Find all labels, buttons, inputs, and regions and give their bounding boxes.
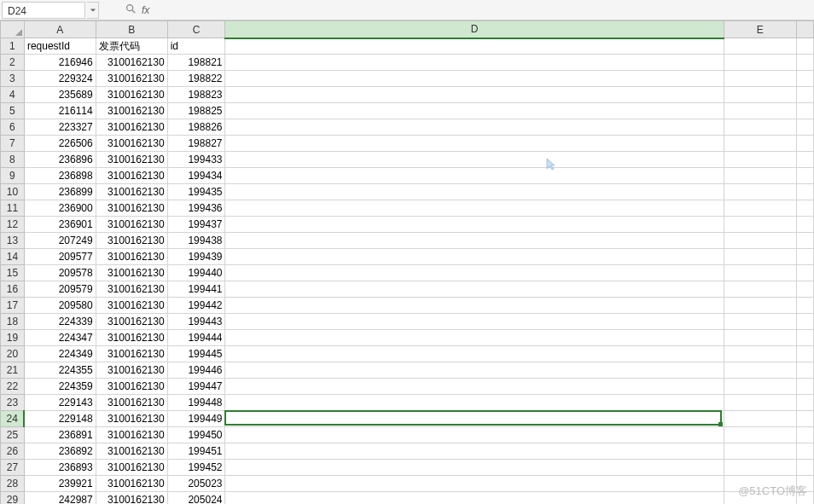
cell[interactable] <box>797 281 814 298</box>
cell[interactable] <box>724 362 796 379</box>
cell[interactable] <box>225 314 724 330</box>
col-header-B[interactable]: B <box>96 21 167 38</box>
cell[interactable]: 3100162130 <box>96 233 167 249</box>
col-header-C[interactable]: C <box>167 21 225 38</box>
cell[interactable] <box>225 476 724 492</box>
cell[interactable]: 3100162130 <box>96 281 167 298</box>
cell[interactable]: 207249 <box>24 233 96 249</box>
row-header[interactable]: 28 <box>1 476 25 492</box>
cell[interactable] <box>724 298 796 314</box>
cell[interactable]: 236900 <box>24 200 96 217</box>
cell[interactable] <box>797 87 814 103</box>
cell[interactable] <box>724 71 796 87</box>
cell[interactable] <box>724 200 796 217</box>
cell[interactable] <box>225 346 724 362</box>
cell[interactable]: 223327 <box>24 119 96 136</box>
cell[interactable] <box>724 265 796 281</box>
cell[interactable]: 236898 <box>24 168 96 184</box>
cell[interactable] <box>797 265 814 281</box>
cell[interactable] <box>724 379 796 395</box>
cell[interactable]: 199448 <box>167 395 225 411</box>
cell[interactable] <box>225 379 724 395</box>
cell[interactable]: requestId <box>24 38 96 55</box>
cell[interactable] <box>797 71 814 87</box>
cell[interactable] <box>797 217 814 233</box>
cell[interactable] <box>225 330 724 346</box>
cell[interactable] <box>797 362 814 379</box>
cell[interactable]: 3100162130 <box>96 476 167 492</box>
cell[interactable] <box>797 38 814 55</box>
row-header[interactable]: 10 <box>1 184 25 200</box>
cell[interactable] <box>724 184 796 200</box>
cell[interactable]: 198825 <box>167 103 225 119</box>
cell[interactable]: 239921 <box>24 476 96 492</box>
cell[interactable]: 209578 <box>24 265 96 281</box>
cell[interactable] <box>797 233 814 249</box>
cell[interactable]: 198822 <box>167 71 225 87</box>
cell[interactable]: 199438 <box>167 233 225 249</box>
cell[interactable]: 3100162130 <box>96 119 167 136</box>
spreadsheet-grid[interactable]: ABCDE1requestId发票代码id2216946310016213019… <box>0 20 814 504</box>
cell[interactable]: 199450 <box>167 427 225 443</box>
cell[interactable] <box>724 152 796 168</box>
cell[interactable] <box>724 103 796 119</box>
cell[interactable] <box>225 168 724 184</box>
row-header[interactable]: 20 <box>1 346 25 362</box>
cell[interactable] <box>724 460 796 476</box>
cell[interactable] <box>225 55 724 71</box>
row-header[interactable]: 12 <box>1 217 25 233</box>
row-header[interactable]: 24 <box>1 411 25 427</box>
cell[interactable]: 236901 <box>24 217 96 233</box>
cell[interactable] <box>724 411 796 427</box>
cell[interactable] <box>797 443 814 460</box>
row-header[interactable]: 16 <box>1 281 25 298</box>
cell[interactable]: 235689 <box>24 87 96 103</box>
cell[interactable]: 198821 <box>167 55 225 71</box>
cell[interactable] <box>225 249 724 265</box>
cell[interactable] <box>225 119 724 136</box>
row-header[interactable]: 14 <box>1 249 25 265</box>
cell[interactable]: 3100162130 <box>96 249 167 265</box>
col-header-E[interactable]: E <box>724 21 796 38</box>
cell[interactable]: 3100162130 <box>96 55 167 71</box>
cell[interactable]: 198823 <box>167 87 225 103</box>
cell[interactable]: 199433 <box>167 152 225 168</box>
cell[interactable]: 199445 <box>167 346 225 362</box>
cell[interactable] <box>797 298 814 314</box>
col-header-extra[interactable] <box>797 21 814 38</box>
row-header[interactable]: 7 <box>1 136 25 152</box>
cell[interactable]: 216114 <box>24 103 96 119</box>
cell[interactable] <box>797 314 814 330</box>
cell[interactable] <box>724 233 796 249</box>
cell[interactable] <box>225 460 724 476</box>
cell[interactable]: 205023 <box>167 476 225 492</box>
cell[interactable] <box>724 314 796 330</box>
cell[interactable]: 224347 <box>24 330 96 346</box>
cell[interactable] <box>225 443 724 460</box>
cell[interactable]: 3100162130 <box>96 362 167 379</box>
cell[interactable]: 发票代码 <box>96 38 167 55</box>
cell[interactable] <box>225 281 724 298</box>
cell[interactable]: 3100162130 <box>96 168 167 184</box>
formula-input[interactable] <box>156 2 814 19</box>
cell[interactable]: 216946 <box>24 55 96 71</box>
row-header[interactable]: 5 <box>1 103 25 119</box>
cell[interactable] <box>797 427 814 443</box>
row-header[interactable]: 21 <box>1 362 25 379</box>
row-header[interactable]: 18 <box>1 314 25 330</box>
cell[interactable] <box>724 136 796 152</box>
row-header[interactable]: 11 <box>1 200 25 217</box>
cell[interactable]: 3100162130 <box>96 200 167 217</box>
cell[interactable]: 3100162130 <box>96 460 167 476</box>
row-header[interactable]: 8 <box>1 152 25 168</box>
cell[interactable]: 199446 <box>167 362 225 379</box>
cell[interactable] <box>225 395 724 411</box>
cell[interactable] <box>797 346 814 362</box>
cell[interactable]: id <box>167 38 225 55</box>
cell[interactable]: 199447 <box>167 379 225 395</box>
row-header[interactable]: 2 <box>1 55 25 71</box>
cell[interactable]: 3100162130 <box>96 184 167 200</box>
cell[interactable]: 224355 <box>24 362 96 379</box>
cell[interactable] <box>225 152 724 168</box>
cell[interactable]: 199442 <box>167 298 225 314</box>
